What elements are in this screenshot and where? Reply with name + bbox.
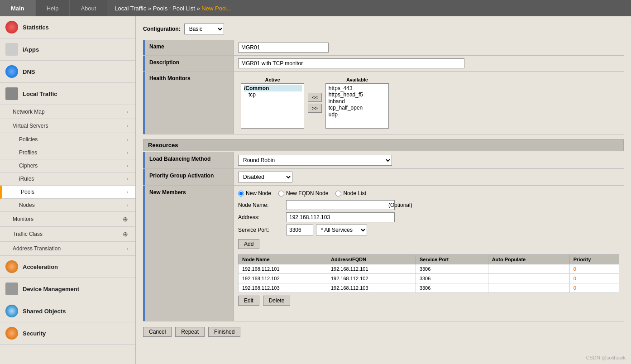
active-monitor-list[interactable]: /Common tcp bbox=[241, 83, 304, 129]
sidebar-item-acceleration[interactable]: Acceleration bbox=[0, 256, 135, 278]
arrow-icon: › bbox=[127, 246, 128, 251]
watermark: CSDN @solihawk bbox=[586, 355, 626, 360]
sidebar-item-network-map[interactable]: Network Map › bbox=[0, 105, 135, 119]
arrow-icon: › bbox=[127, 124, 128, 129]
config-label: Configuration: bbox=[143, 26, 181, 32]
tab-help[interactable]: Help bbox=[36, 0, 70, 16]
table-row: 192.168.112.103 192.168.112.103 3306 0 bbox=[239, 283, 619, 293]
config-select[interactable]: Basic Advanced bbox=[184, 24, 224, 34]
breadcrumb-bar: Local Traffic » Pools : Pool List » New … bbox=[107, 0, 631, 16]
sidebar-item-nodes[interactable]: Nodes › bbox=[0, 199, 135, 212]
tab-about[interactable]: About bbox=[70, 0, 107, 16]
priority-select[interactable]: Disabled Less than bbox=[238, 172, 292, 182]
name-label: Name bbox=[143, 40, 234, 55]
traffic-class-label: Traffic Class bbox=[13, 231, 43, 237]
add-button[interactable]: Add bbox=[238, 239, 259, 249]
accel-icon bbox=[5, 260, 18, 273]
lb-method-label: Load Balancing Method bbox=[143, 152, 234, 168]
repeat-button[interactable]: Repeat bbox=[175, 327, 205, 337]
sidebar-item-irules[interactable]: iRules › bbox=[0, 172, 135, 186]
arrow-icon: › bbox=[127, 203, 128, 208]
ciphers-label: Ciphers bbox=[19, 163, 38, 169]
radio-new-node-label: New Node bbox=[246, 190, 271, 196]
sidebar-item-pools[interactable]: Pools › bbox=[0, 186, 135, 199]
acceleration-label: Acceleration bbox=[23, 263, 58, 270]
sidebar-item-profiles[interactable]: Profiles › bbox=[0, 146, 135, 159]
service-port-input[interactable] bbox=[286, 225, 313, 235]
plus-icon: ⊕ bbox=[123, 230, 128, 238]
profiles-label: Profiles bbox=[19, 149, 37, 156]
sidebar-item-shared-objects[interactable]: Shared Objects bbox=[0, 300, 135, 322]
col-auto-populate: Auto Populate bbox=[488, 255, 569, 264]
security-icon bbox=[5, 327, 18, 340]
sidebar-item-iapps[interactable]: iApps bbox=[0, 38, 135, 61]
description-label: Description bbox=[143, 56, 234, 71]
address-translation-label: Address Translation bbox=[13, 245, 61, 252]
sidebar-item-address-translation[interactable]: Address Translation › bbox=[0, 242, 135, 256]
move-right-button[interactable]: >> bbox=[308, 104, 322, 113]
node-name-label: Node Name: bbox=[238, 202, 283, 208]
name-input[interactable] bbox=[238, 43, 329, 53]
main-content: Configuration: Basic Advanced Name Descr… bbox=[136, 16, 631, 364]
description-input[interactable] bbox=[238, 58, 464, 68]
col-node-name: Node Name bbox=[239, 255, 327, 264]
radio-node-list[interactable]: Node List bbox=[335, 190, 366, 196]
stats-icon bbox=[5, 21, 18, 34]
dns-icon bbox=[5, 65, 18, 78]
arrow-icon: › bbox=[127, 110, 128, 115]
new-members-label: New Members bbox=[143, 186, 234, 321]
move-left-button[interactable]: << bbox=[308, 93, 322, 102]
sidebar-iapps-label: iApps bbox=[23, 46, 39, 53]
localtraffic-icon bbox=[5, 87, 18, 100]
sidebar-item-virtual-servers[interactable]: Virtual Servers › bbox=[0, 119, 135, 133]
service-port-label: Service Port: bbox=[238, 227, 283, 233]
finished-button[interactable]: Finished bbox=[208, 327, 240, 337]
shared-icon bbox=[5, 305, 18, 317]
sidebar-item-ciphers[interactable]: Ciphers › bbox=[0, 159, 135, 172]
col-priority: Priority bbox=[569, 255, 619, 264]
bottom-buttons: Cancel Repeat Finished bbox=[143, 321, 624, 342]
network-map-label: Network Map bbox=[13, 109, 45, 115]
sidebar: Statistics iApps DNS Local Traffic Netwo… bbox=[0, 16, 136, 364]
address-label: Address: bbox=[238, 214, 283, 220]
breadcrumb-current: New Pool... bbox=[201, 5, 231, 12]
radio-new-node[interactable]: New Node bbox=[238, 190, 271, 196]
arrow-icon: › bbox=[127, 177, 128, 182]
optional-hint: (Optional) bbox=[388, 202, 434, 208]
device-management-label: Device Management bbox=[23, 286, 79, 292]
cancel-button[interactable]: Cancel bbox=[143, 327, 172, 337]
security-label: Security bbox=[23, 330, 46, 337]
sidebar-item-local-traffic[interactable]: Local Traffic bbox=[0, 83, 135, 105]
policies-label: Policies bbox=[19, 136, 38, 143]
virtual-servers-label: Virtual Servers bbox=[13, 123, 48, 129]
delete-button[interactable]: Delete bbox=[263, 296, 291, 306]
service-port-select[interactable]: * All Services HTTP (80) HTTPS (443) MyS… bbox=[316, 225, 367, 235]
radio-new-fqdn-node[interactable]: New FQDN Node bbox=[278, 190, 328, 196]
lb-method-select[interactable]: Round Robin Least Connections Observed P… bbox=[238, 155, 392, 166]
col-address: Address/FQDN bbox=[327, 255, 416, 264]
arrow-icon: › bbox=[127, 190, 128, 195]
node-name-input[interactable] bbox=[286, 200, 395, 210]
breadcrumb-path: Local Traffic » Pools : Pool List » bbox=[115, 5, 200, 12]
table-row: 192.168.112.101 192.168.112.101 3306 0 bbox=[239, 264, 619, 274]
irules-label: iRules bbox=[19, 176, 34, 182]
address-input[interactable] bbox=[286, 212, 395, 222]
sidebar-item-security[interactable]: Security bbox=[0, 322, 135, 345]
sidebar-item-dns[interactable]: DNS bbox=[0, 61, 135, 83]
devmgmt-icon bbox=[5, 283, 18, 295]
sidebar-dns-label: DNS bbox=[23, 68, 35, 75]
arrow-icon: › bbox=[127, 137, 128, 142]
health-monitors-label: Health Monitors bbox=[143, 72, 234, 134]
available-monitor-list[interactable]: https_443 https_head_f5 inband tcp_half_… bbox=[325, 83, 389, 129]
available-label: Available bbox=[325, 77, 389, 82]
sidebar-item-device-management[interactable]: Device Management bbox=[0, 278, 135, 300]
tab-main[interactable]: Main bbox=[0, 0, 36, 16]
sidebar-item-monitors[interactable]: Monitors ⊕ bbox=[0, 212, 135, 227]
sidebar-item-traffic-class[interactable]: Traffic Class ⊕ bbox=[0, 227, 135, 242]
resources-header: Resources bbox=[143, 139, 624, 151]
sidebar-item-statistics[interactable]: Statistics bbox=[0, 16, 135, 38]
edit-button[interactable]: Edit bbox=[238, 296, 259, 306]
iapps-icon bbox=[5, 43, 18, 56]
priority-label: Priority Group Activation bbox=[143, 169, 234, 185]
sidebar-item-policies[interactable]: Policies › bbox=[0, 133, 135, 146]
